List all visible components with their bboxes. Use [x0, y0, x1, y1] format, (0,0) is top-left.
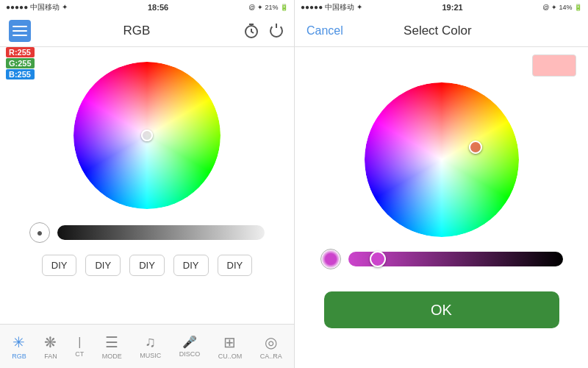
- green-label: G:255: [6, 58, 35, 68]
- saturation-row: [320, 249, 563, 269]
- header-right: Cancel Select Color: [295, 15, 588, 47]
- time-left: 18:56: [148, 3, 168, 12]
- left-header-title: RGB: [123, 24, 151, 38]
- blue-label: B:255: [6, 69, 35, 79]
- camera-nav-label: CA..RA: [260, 353, 282, 360]
- status-bar-left: ●●●●● 中国移动 ✦ 18:56 @ ✦ 21% 🔋: [0, 0, 294, 15]
- brightness-slider[interactable]: [57, 225, 265, 240]
- ct-nav-icon: |: [78, 336, 81, 349]
- camera-nav-icon: ◎: [265, 333, 277, 351]
- status-bar-right: ●●●●● 中国移动 ✦ 19:21 @ ✦ 14% 🔋: [295, 0, 588, 15]
- diy-btn-4[interactable]: DIY: [173, 255, 209, 276]
- wheel-cursor-right: [469, 141, 482, 154]
- red-label: R:255: [6, 47, 35, 57]
- nav-item-custom[interactable]: ⊞ CU..OM: [218, 333, 243, 360]
- carrier-right: ●●●●● 中国移动 ✦: [301, 2, 362, 13]
- power-icon[interactable]: [268, 22, 285, 40]
- color-wheel-right[interactable]: [365, 82, 519, 237]
- right-panel: ●●●●● 中国移动 ✦ 19:21 @ ✦ 14% 🔋 Cancel Sele…: [294, 0, 588, 368]
- conic-gradient-right: [365, 82, 519, 237]
- brightness-icon: ●: [29, 222, 50, 243]
- saturation-thumb: [370, 251, 386, 267]
- custom-nav-icon: ⊞: [223, 333, 236, 351]
- battery-right: @ ✦ 14% 🔋: [542, 4, 582, 11]
- color-wheel-left[interactable]: [74, 62, 220, 209]
- music-nav-label: MUSIC: [140, 352, 161, 359]
- nav-item-music[interactable]: ♫ MUSIC: [140, 333, 161, 359]
- select-color-title: Select Color: [404, 24, 472, 38]
- nav-item-mode[interactable]: ☰ MODE: [102, 333, 122, 360]
- left-panel: ●●●●● 中国移动 ✦ 18:56 @ ✦ 21% 🔋 RGB R:255 G…: [0, 0, 294, 368]
- ct-nav-label: CT: [75, 350, 84, 358]
- nav-item-disco[interactable]: 🎤 DISCO: [179, 335, 201, 358]
- timer-icon[interactable]: [243, 22, 260, 40]
- diy-btn-2[interactable]: DIY: [85, 255, 121, 276]
- disco-nav-icon: 🎤: [182, 335, 197, 349]
- diy-row: DIY DIY DIY DIY DIY: [42, 255, 252, 276]
- nav-item-ct[interactable]: | CT: [75, 336, 84, 358]
- custom-nav-label: CU..OM: [218, 353, 243, 360]
- nav-item-rgb[interactable]: ✳ RGB: [12, 333, 26, 360]
- bottom-nav: ✳ RGB ❋ FAN | CT ☰ MODE ♫ MUSIC 🎤 DISCO …: [0, 324, 294, 368]
- battery-left: @ ✦ 21% 🔋: [248, 4, 288, 11]
- cancel-button[interactable]: Cancel: [306, 24, 343, 38]
- music-nav-icon: ♫: [145, 333, 156, 350]
- saturation-icon: [320, 249, 341, 269]
- fan-nav-label: FAN: [44, 353, 57, 360]
- nav-item-camera[interactable]: ◎ CA..RA: [260, 333, 282, 360]
- diy-btn-5[interactable]: DIY: [218, 255, 253, 276]
- nav-item-fan[interactable]: ❋ FAN: [44, 333, 57, 360]
- fan-nav-icon: ❋: [44, 333, 57, 351]
- saturation-slider[interactable]: [348, 252, 563, 266]
- color-preview-swatch: [532, 54, 576, 77]
- color-wheel-canvas-right[interactable]: [365, 82, 519, 237]
- mode-nav-label: MODE: [102, 353, 122, 360]
- brightness-row: ●: [29, 222, 265, 243]
- disco-nav-label: DISCO: [179, 350, 201, 358]
- ok-button[interactable]: OK: [324, 291, 559, 328]
- wheel-cursor-left: [141, 130, 153, 141]
- time-right: 19:21: [442, 3, 462, 12]
- diy-btn-3[interactable]: DIY: [129, 255, 165, 276]
- diy-btn-1[interactable]: DIY: [42, 255, 77, 276]
- mode-nav-icon: ☰: [105, 333, 118, 351]
- header-icons: [243, 22, 285, 40]
- rgb-nav-icon: ✳: [12, 333, 25, 351]
- menu-icon[interactable]: [9, 20, 31, 42]
- carrier-left: ●●●●● 中国移动 ✦: [6, 2, 68, 13]
- header-left: RGB: [0, 15, 294, 47]
- rgb-nav-label: RGB: [12, 353, 26, 360]
- rgb-labels: R:255 G:255 B:255: [6, 47, 35, 79]
